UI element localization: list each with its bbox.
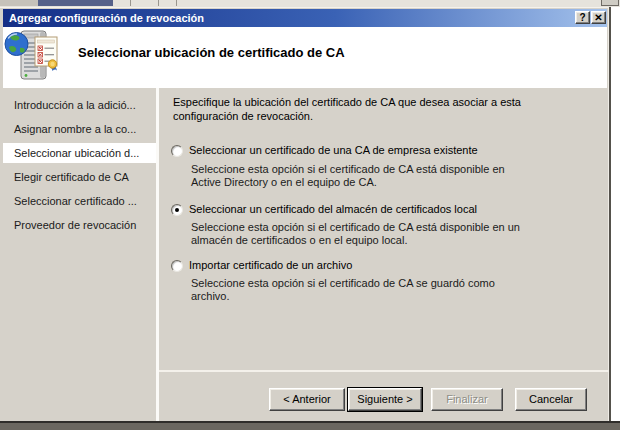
background-fragment (130, 0, 131, 6)
close-button[interactable]: ✕ (591, 11, 606, 24)
background-fragment (0, 0, 38, 6)
radio-importar-archivo[interactable] (171, 260, 183, 272)
wizard-steps-sidebar: Introducción a la adició... Asignar nomb… (3, 88, 156, 421)
radio-almacen-local-desc1: Seleccione esta opción si el certificado… (191, 221, 520, 233)
radio-importar-archivo-label[interactable]: Importar certificado de un archivo (189, 259, 352, 271)
background-window-edge (0, 0, 620, 7)
footer-separator (159, 370, 609, 372)
anterior-button[interactable]: < Anterior (269, 388, 345, 411)
cancelar-button[interactable]: Cancelar (515, 388, 587, 411)
sidebar-item-seleccionar-certificado: Seleccionar certificado ... (3, 191, 156, 211)
radio-importar-archivo-desc1: Seleccione esta opción si el certificado… (191, 277, 495, 289)
siguiente-button[interactable]: Siguiente > (348, 388, 422, 411)
help-button[interactable]: ? (575, 11, 590, 24)
radio-ca-empresa[interactable] (171, 145, 183, 157)
finalizar-button[interactable]: Finalizar (431, 388, 503, 411)
sidebar-item-asignar-nombre: Asignar nombre a la co... (3, 119, 156, 139)
radio-dot (175, 208, 179, 212)
radio-almacen-local[interactable] (171, 204, 183, 216)
sidebar-item-introduccion: Introducción a la adició... (3, 95, 156, 115)
titlebar[interactable]: Agregar configuración de revocación (3, 9, 607, 27)
intro-text-line1: Especifique la ubicación del certificado… (173, 96, 521, 108)
sidebar-item-proveedor-revocacion: Proveedor de revocación (3, 215, 156, 235)
window-title: Agregar configuración de revocación (9, 12, 204, 24)
background-close-button-fragment (601, 0, 619, 6)
help-icon: ? (579, 12, 585, 23)
radio-ca-empresa-desc2: Active Directory o en el equipo de CA. (191, 176, 377, 188)
radio-ca-empresa-desc1: Seleccione esta opción si el certificado… (191, 163, 505, 175)
intro-text-line2: configuración de revocación. (173, 110, 313, 122)
radio-ca-empresa-label[interactable]: Seleccionar un certificado de una CA de … (189, 144, 478, 156)
radio-almacen-local-label[interactable]: Seleccionar un certificado del almacén d… (189, 203, 477, 215)
dialog-border (609, 7, 611, 421)
close-icon: ✕ (594, 12, 602, 23)
sidebar-item-seleccionar-ubicacion: Seleccionar ubicación d... (3, 143, 156, 163)
page-title: Seleccionar ubicación de certificado de … (78, 45, 345, 60)
background-fragment (176, 0, 177, 6)
background-fragment (38, 0, 113, 6)
sidebar-item-elegir-certificado: Elegir certificado de CA (3, 167, 156, 187)
ca-server-globe-certificate-icon (4, 28, 58, 86)
radio-almacen-local-desc2: almacén de certificados o en el equipo l… (191, 234, 407, 246)
screen: Agregar configuración de revocación ? ✕ (0, 0, 620, 430)
background-fragment (158, 0, 159, 6)
radio-importar-archivo-desc2: archivo. (191, 290, 230, 302)
desktop-background (611, 7, 620, 421)
background-window-edge (0, 423, 620, 430)
